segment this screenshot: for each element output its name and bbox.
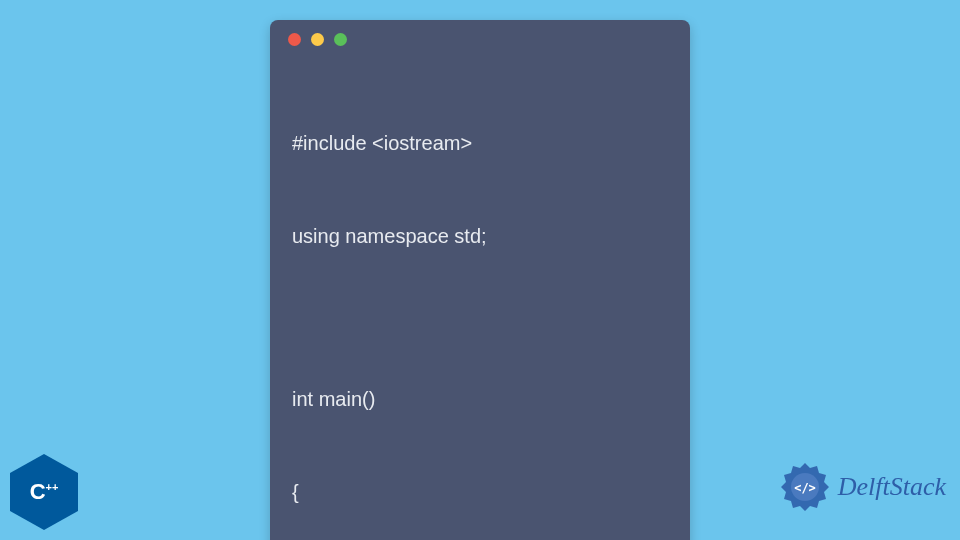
brand-name: DelftStack [838, 472, 946, 502]
window-titlebar [270, 20, 690, 58]
brand-logo: </> DelftStack [778, 460, 946, 514]
code-line: #include <iostream> [292, 128, 668, 159]
gear-icon: </> [778, 460, 832, 514]
hex-icon: C++ [10, 454, 78, 530]
maximize-icon [334, 33, 347, 46]
minimize-icon [311, 33, 324, 46]
cpp-text: C++ [30, 479, 59, 505]
svg-text:</>: </> [794, 481, 816, 495]
close-icon [288, 33, 301, 46]
code-window: #include <iostream> using namespace std;… [270, 20, 690, 540]
cpp-plus: ++ [46, 481, 59, 493]
cpp-logo: C++ [10, 454, 78, 530]
code-line: int main() [292, 384, 668, 415]
code-block: #include <iostream> using namespace std;… [270, 58, 690, 540]
code-line: using namespace std; [292, 221, 668, 252]
cpp-letter: C [30, 479, 46, 504]
code-line: { [292, 477, 668, 508]
